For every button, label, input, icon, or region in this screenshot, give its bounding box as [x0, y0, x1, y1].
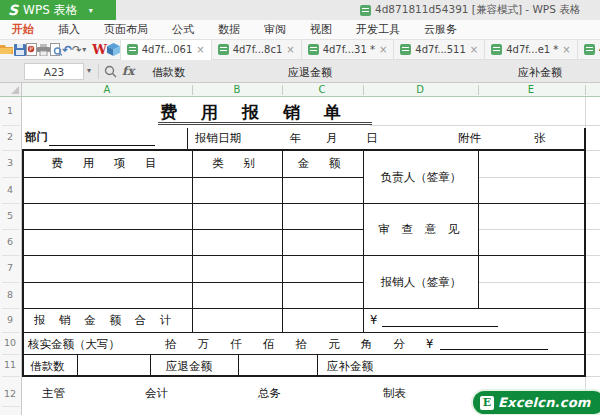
row-divider — [2, 255, 20, 256]
search-icon[interactable] — [104, 65, 117, 81]
digit-qian: 仟 — [230, 337, 242, 352]
doc-tab-label: 4d7f...8c1 — [233, 44, 283, 55]
tab-insert[interactable]: 插入 — [46, 22, 92, 37]
tab-view[interactable]: 视图 — [298, 22, 344, 37]
attachment-unit-label: 张 — [534, 131, 546, 146]
formula-bar-separator — [98, 64, 99, 79]
close-icon[interactable]: × — [286, 44, 294, 55]
column-header-strip[interactable] — [0, 83, 600, 97]
undo-icon[interactable]: ↶ — [62, 41, 72, 59]
tab-review[interactable]: 审阅 — [252, 22, 298, 37]
close-icon[interactable]: × — [470, 44, 478, 55]
col-divider — [192, 85, 193, 95]
row-header-2[interactable]: 2 — [0, 131, 20, 142]
total-label: 报 销 金 额 合 计 — [34, 313, 176, 328]
formula-ghost-refund: 应退金额 — [288, 65, 332, 80]
sheet-file-icon — [584, 44, 595, 55]
col-header-C[interactable]: C — [312, 84, 332, 95]
word-doc-icon[interactable]: W — [92, 41, 107, 59]
formula-ghost-supplement: 应补金额 — [518, 65, 562, 80]
header-expense-item: 费 用 项 目 — [24, 156, 192, 171]
gridline — [586, 150, 600, 151]
tab-page-layout[interactable]: 页面布局 — [92, 22, 160, 37]
tab-cloud[interactable]: 云服务 — [412, 22, 469, 37]
toolbar-dropdown-icon[interactable]: ▾ — [82, 41, 86, 59]
doc-tab-6[interactable]: 4d8 — [577, 40, 600, 60]
row-header-9[interactable]: 9 — [0, 314, 20, 325]
wps-logo[interactable]: S WPS 表格 ▾ — [0, 0, 116, 20]
row-header-7[interactable]: 7 — [0, 262, 20, 273]
row-header-6[interactable]: 6 — [0, 236, 20, 247]
doc-tab-2[interactable]: 4d7f...8c1 × — [211, 40, 301, 60]
form-border-bottom — [22, 375, 585, 377]
form-line-h — [22, 308, 585, 309]
month-label: 月 — [326, 131, 338, 146]
close-icon[interactable]: × — [379, 44, 387, 55]
row-header-3[interactable]: 3 — [0, 157, 20, 168]
name-box-dropdown-icon[interactable]: ▾ — [87, 66, 91, 75]
doc-tab-5[interactable]: 4d7f...e1 * × — [484, 40, 577, 60]
row-header-4[interactable]: 4 — [0, 184, 20, 195]
header-category: 类 别 — [193, 156, 282, 171]
tab-home[interactable]: 开始 — [0, 22, 46, 37]
year-label: 年 — [290, 131, 302, 146]
row-header-8[interactable]: 8 — [0, 289, 20, 300]
digit-units: 拾 万 仟 佰 拾 元 角 分 — [165, 337, 405, 352]
doc-tab-label: 4d7f...511 — [415, 44, 466, 55]
gridline — [586, 282, 600, 283]
form-title-underline — [158, 122, 372, 125]
row-divider — [2, 229, 20, 230]
quick-toolbar: P ↶ ↷ ▾ W 4d7f...061 × 4d7f...8c1 × 4d7f… — [0, 40, 600, 60]
file-icon — [360, 5, 371, 16]
date-label: 报销日期 — [195, 131, 241, 146]
tab-developer[interactable]: 开发工具 — [344, 22, 412, 37]
row-header-10[interactable]: 10 — [0, 337, 20, 348]
doc-tab-label: 4d7f...31 * — [323, 44, 375, 55]
insert-function-icon[interactable]: fx — [122, 64, 134, 78]
close-icon[interactable]: × — [562, 44, 570, 55]
form-border-right — [584, 128, 586, 377]
tab-data[interactable]: 数据 — [206, 22, 252, 37]
row-divider — [2, 376, 20, 377]
dept-label: 部门 — [25, 130, 48, 145]
footer-preparer: 制表 — [383, 386, 406, 401]
col-header-B[interactable]: B — [227, 84, 247, 95]
footer-accountant: 会计 — [145, 386, 168, 401]
verify-currency: ¥ — [426, 337, 433, 351]
export-pdf-icon[interactable]: P — [26, 41, 37, 59]
col-divider — [478, 85, 479, 95]
digit-fen: 分 — [393, 337, 405, 352]
row-header-12[interactable]: 12 — [0, 388, 20, 399]
row-header-1[interactable]: 1 — [0, 105, 20, 116]
gridline — [370, 125, 585, 126]
close-icon[interactable]: × — [196, 44, 204, 55]
save-icon[interactable] — [14, 41, 26, 59]
row-header-5[interactable]: 5 — [0, 210, 20, 221]
tab-formulas[interactable]: 公式 — [160, 22, 206, 37]
select-all-corner[interactable] — [0, 83, 22, 97]
row-header-11[interactable]: 11 — [0, 359, 20, 370]
cube-icon[interactable] — [107, 41, 120, 59]
digit-shi-wan: 拾 — [165, 337, 177, 352]
open-folder-icon[interactable] — [0, 41, 14, 59]
manager-sign-label: 负责人（签章） — [364, 170, 478, 185]
wps-logo-icon: S — [8, 2, 18, 18]
name-box[interactable]: A23 — [24, 63, 84, 80]
print-icon[interactable] — [37, 41, 50, 59]
doc-tab-1[interactable]: 4d7f...061 × — [120, 40, 211, 60]
sheet-file-icon — [127, 44, 138, 55]
gridline — [586, 376, 600, 377]
form-title: 费 用 报 销 单 — [120, 101, 390, 124]
col-header-A[interactable]: A — [97, 84, 117, 95]
doc-tab-4[interactable]: 4d7f...511 × — [393, 40, 484, 60]
sheet-file-icon — [218, 44, 229, 55]
col-header-E[interactable]: E — [521, 84, 541, 95]
gridline — [586, 177, 600, 178]
form-line-h — [22, 255, 585, 256]
col-header-D[interactable]: D — [410, 84, 430, 95]
doc-tab-3[interactable]: 4d7f...31 * × — [301, 40, 394, 60]
footer-supervisor: 主管 — [42, 386, 65, 401]
print-preview-icon[interactable] — [50, 41, 62, 59]
form-line-v — [77, 354, 78, 376]
redo-icon[interactable]: ↷ — [72, 41, 82, 59]
